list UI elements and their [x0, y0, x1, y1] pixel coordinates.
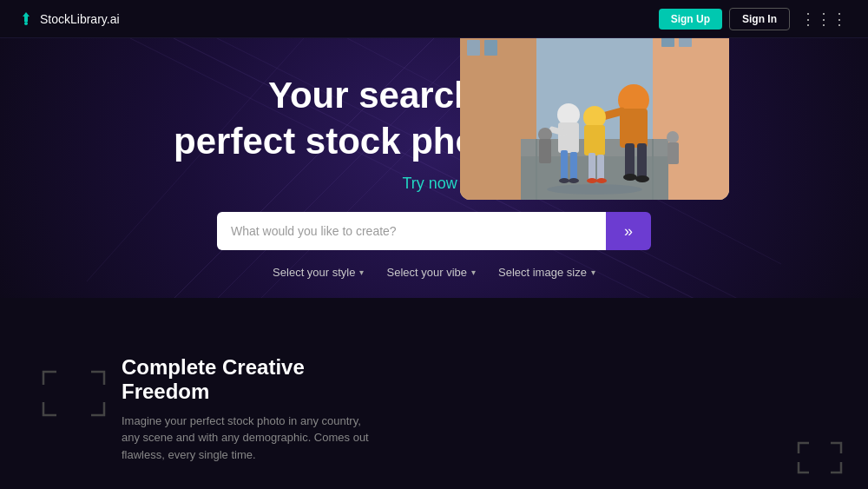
svg-rect-19	[467, 40, 480, 56]
logo-text: StockLibrary.ai	[40, 12, 120, 26]
svg-point-9	[24, 22, 28, 25]
svg-point-64	[667, 131, 679, 143]
search-arrow-icon: »	[624, 222, 633, 241]
logo: StockLibrary.ai	[17, 10, 120, 28]
size-dropdown[interactable]: Select image size ▾	[491, 262, 602, 282]
size-label: Select image size	[498, 266, 587, 279]
svg-rect-53	[558, 122, 579, 153]
svg-point-51	[596, 178, 607, 183]
style-dropdown[interactable]: Select your style ▾	[266, 262, 371, 282]
hero-section: Your search for the perfect stock photo …	[0, 56, 868, 282]
svg-point-44	[635, 175, 649, 182]
vibe-dropdown[interactable]: Select your vibe ▾	[379, 262, 483, 282]
corner-brackets-br-decoration	[796, 440, 844, 475]
bottom-text-block: Complete Creative Freedom Imagine your p…	[122, 355, 382, 464]
bottom-section: Complete Creative Freedom Imagine your p…	[0, 298, 868, 489]
svg-rect-55	[570, 152, 577, 181]
svg-rect-63	[539, 139, 551, 163]
svg-rect-49	[597, 155, 604, 181]
svg-point-57	[569, 178, 579, 183]
svg-rect-20	[484, 40, 497, 56]
vibe-chevron-icon: ▾	[471, 268, 476, 277]
svg-point-59	[547, 184, 642, 195]
svg-point-50	[587, 178, 597, 183]
logo-icon	[17, 10, 35, 28]
signin-button[interactable]: Sign In	[729, 8, 790, 30]
filter-row: Select your style ▾ Select your vibe ▾ S…	[266, 262, 602, 282]
hero-cta[interactable]: Try now |	[402, 175, 465, 193]
style-label: Select your style	[273, 266, 355, 279]
svg-rect-65	[667, 142, 679, 164]
style-chevron-icon: ▾	[359, 268, 364, 277]
bottom-description: Imagine your perfect stock photo in any …	[122, 413, 382, 464]
svg-rect-42	[637, 143, 647, 180]
svg-point-56	[559, 178, 569, 183]
search-button[interactable]: »	[606, 212, 651, 250]
nav-actions: Sign Up Sign In ⋮⋮⋮	[659, 6, 851, 32]
svg-point-43	[623, 174, 637, 181]
svg-rect-47	[584, 125, 605, 155]
size-chevron-icon: ▾	[591, 268, 595, 277]
signup-button[interactable]: Sign Up	[659, 9, 722, 30]
vibe-label: Select your vibe	[386, 266, 467, 279]
svg-marker-8	[23, 12, 30, 22]
search-input[interactable]	[217, 212, 606, 250]
navbar: StockLibrary.ai Sign Up Sign In ⋮⋮⋮	[0, 0, 868, 38]
grid-menu-icon[interactable]: ⋮⋮⋮	[797, 6, 851, 32]
bottom-title: Complete Creative Freedom	[122, 355, 382, 404]
search-bar: »	[217, 212, 651, 250]
svg-rect-48	[589, 153, 595, 181]
corner-brackets-decoration	[39, 367, 108, 420]
svg-rect-54	[561, 150, 568, 181]
svg-rect-41	[625, 143, 635, 178]
